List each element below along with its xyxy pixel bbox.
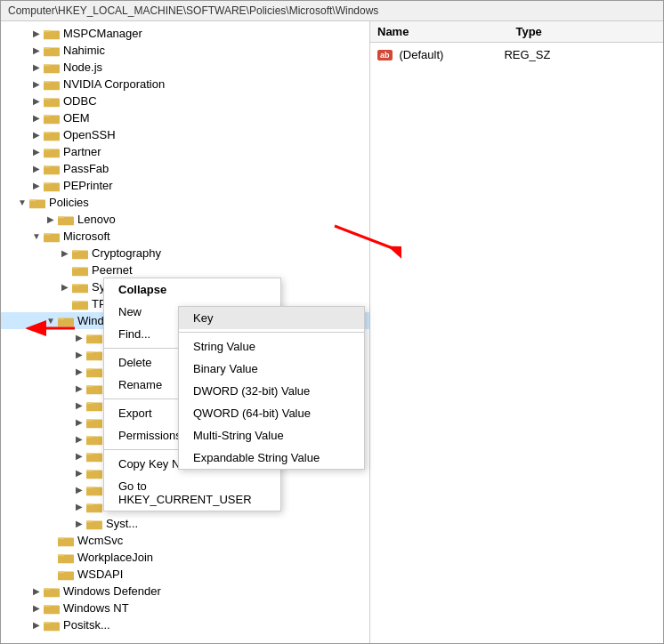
tree-label-MSPCManager: MSPCManager [63, 27, 142, 40]
tree-item-WindowsNT[interactable]: ▶ Windows NT [1, 600, 369, 616]
tree-item-Lenovo[interactable]: ▶ Lenovo [1, 211, 369, 228]
tree-item-WindowsDefender[interactable]: ▶ Windows Defender [1, 583, 369, 600]
svg-rect-73 [44, 622, 50, 624]
ab-icon: ab [377, 50, 393, 60]
tree-label-Nahimic: Nahimic [63, 44, 105, 57]
tree-label-WSDAPI: WSDAPI [77, 568, 123, 581]
default-value-row[interactable]: ab (Default) REG_SZ [370, 43, 663, 67]
svg-rect-25 [58, 216, 64, 218]
tree-item-ODBC[interactable]: ▶ ODBC [1, 93, 369, 109]
tree-label-Cryptography: Cryptography [92, 246, 161, 260]
svg-rect-17 [44, 149, 50, 150]
svg-rect-41 [86, 351, 93, 353]
svg-rect-65 [58, 554, 64, 556]
svg-rect-7 [44, 64, 50, 66]
svg-rect-31 [72, 267, 78, 269]
tree-label-PEPrinter: PEPrinter [63, 179, 113, 192]
tree-label-OEM: OEM [63, 111, 90, 125]
registry-editor-window: Computer\HKEY_LOCAL_MACHINE\SOFTWARE\Pol… [0, 0, 664, 644]
type-column-header: Type [515, 25, 541, 38]
tree-label-Microsoft: Microsoft [63, 229, 110, 243]
right-arrow-indicator [370, 217, 401, 264]
tree-label-OpenSSH: OpenSSH [63, 128, 116, 141]
tree-item-OpenSSH[interactable]: ▶ OpenSSH [1, 126, 369, 143]
title-path: Computer\HKEY_LOCAL_MACHINE\SOFTWARE\Pol… [8, 4, 378, 17]
tree-item-Pesitsk[interactable]: ▶ Positsk... [1, 616, 369, 633]
svg-rect-33 [72, 284, 78, 286]
tree-item-Nodejs[interactable]: ▶ Node.js [1, 59, 369, 76]
context-menu-collapse[interactable]: Collapse [104, 278, 280, 301]
tree-item-WSDAPI[interactable]: ▶ WSDAPI [1, 566, 369, 583]
svg-rect-35 [72, 301, 78, 302]
default-value-name: (Default) [400, 48, 444, 61]
tree-label-Syst: Syst... [106, 517, 138, 530]
svg-rect-47 [86, 402, 93, 404]
tree-item-Syst[interactable]: ▶ Syst... [1, 515, 369, 532]
svg-rect-11 [44, 98, 50, 100]
left-arrow-indicator [26, 315, 79, 344]
tree-item-MSPCManager[interactable]: ▶ MSPCManager [1, 25, 369, 42]
name-column-header: Name [377, 25, 409, 38]
svg-rect-3 [44, 30, 50, 32]
svg-rect-5 [44, 47, 50, 49]
tree-item-PassFab[interactable]: ▶ PassFab [1, 160, 369, 177]
svg-rect-61 [86, 520, 93, 522]
tree-item-WcmSvc[interactable]: ▶ WcmSvc [1, 532, 369, 549]
svg-rect-71 [44, 605, 50, 607]
svg-rect-27 [44, 233, 50, 235]
svg-rect-53 [86, 453, 93, 455]
tree-label-Lenovo: Lenovo [77, 213, 116, 226]
tree-label-Peernet: Peernet [92, 263, 133, 277]
svg-rect-29 [72, 250, 78, 252]
tree-label-ODBC: ODBC [63, 94, 97, 108]
tree-label-WcmSvc: WcmSvc [77, 534, 123, 547]
svg-rect-43 [86, 368, 93, 370]
svg-rect-15 [44, 132, 50, 133]
svg-rect-23 [29, 199, 36, 201]
svg-rect-13 [44, 115, 50, 117]
svg-rect-69 [44, 588, 50, 590]
svg-rect-59 [86, 503, 93, 505]
svg-rect-63 [58, 537, 64, 539]
tree-item-PEPrinter[interactable]: ▶ PEPrinter [1, 177, 369, 194]
tree-label-NVIDIACorp: NVIDIA Corporation [63, 77, 165, 91]
right-panel-header: Name Type [370, 21, 663, 43]
svg-rect-49 [86, 419, 93, 421]
tree-label-Nodejs: Node.js [63, 60, 102, 74]
svg-rect-55 [86, 470, 93, 471]
tree-item-Peernet[interactable]: ▶ Peernet [1, 262, 369, 278]
context-menu-goto-hkcu[interactable]: Go to HKEY_CURRENT_USER [104, 475, 280, 511]
svg-line-74 [370, 226, 393, 248]
tree-item-Partner[interactable]: ▶ Partner [1, 143, 369, 160]
tree-label-WindowsNT: Windows NT [63, 601, 129, 615]
svg-rect-57 [86, 487, 93, 488]
default-value-type: REG_SZ [504, 48, 550, 61]
tree-item-Microsoft[interactable]: ▼ Microsoft [1, 228, 369, 245]
tree-item-OEM[interactable]: ▶ OEM [1, 109, 369, 126]
svg-rect-39 [86, 334, 93, 336]
tree-item-NVIDIACorp[interactable]: ▶ NVIDIA Corporation [1, 76, 369, 93]
right-panel: Name Type ab (Default) REG_SZ Key String… [370, 21, 663, 643]
tree-item-Policies[interactable]: ▼ Policies [1, 194, 369, 211]
tree-label-WindowsDefender: Windows Defender [63, 584, 161, 598]
tree-label-PassFab: PassFab [63, 162, 109, 175]
svg-rect-67 [58, 571, 64, 573]
svg-rect-51 [86, 436, 93, 438]
svg-rect-9 [44, 81, 50, 83]
tree-label-Partner: Partner [63, 145, 101, 158]
tree-item-WorkplaceJoin[interactable]: ▶ WorkplaceJoin [1, 549, 369, 566]
main-area: ▶ MSPCManager ▶ Nahimic ▶ Node.js [1, 21, 663, 643]
tree-item-Nahimic[interactable]: ▶ Nahimic [1, 42, 369, 59]
title-bar: Computer\HKEY_LOCAL_MACHINE\SOFTWARE\Pol… [1, 1, 663, 21]
tree-item-Cryptography[interactable]: ▶ Cryptography [1, 245, 369, 262]
svg-rect-21 [44, 182, 50, 184]
svg-rect-45 [86, 385, 93, 387]
svg-rect-19 [44, 165, 50, 167]
tree-label-WorkplaceJoin: WorkplaceJoin [77, 551, 153, 564]
tree-label-Pesitsk: Positsk... [63, 618, 110, 632]
tree-label-Policies: Policies [49, 196, 89, 209]
